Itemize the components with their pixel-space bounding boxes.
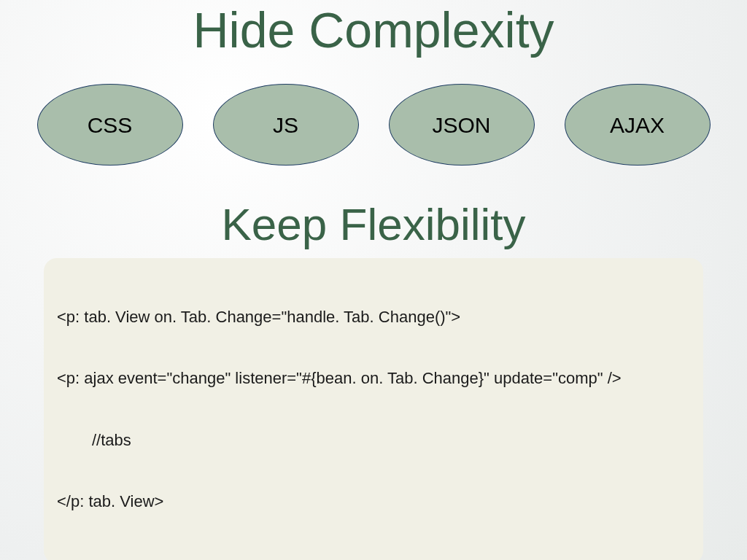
- bubble-js: JS: [213, 84, 359, 166]
- bubble-label: CSS: [88, 113, 133, 138]
- slide-title: Hide Complexity: [0, 0, 747, 56]
- code-line-2: <p: ajax event="change" listener="#{bean…: [57, 368, 690, 389]
- bubble-label: JSON: [432, 113, 490, 138]
- code-line-1: <p: tab. View on. Tab. Change="handle. T…: [57, 307, 690, 327]
- bubble-label: AJAX: [610, 113, 665, 138]
- bubble-label: JS: [273, 113, 298, 138]
- slide-subtitle: Keep Flexibility: [0, 201, 747, 248]
- bubble-css: CSS: [37, 84, 183, 166]
- bubble-ajax: AJAX: [565, 84, 711, 166]
- slide: Hide Complexity CSS JS JSON AJAX Keep Fl…: [0, 0, 747, 560]
- code-line-3: //tabs: [57, 430, 690, 451]
- code-block: <p: tab. View on. Tab. Change="handle. T…: [44, 258, 703, 560]
- top-bubble-row: CSS JS JSON AJAX: [0, 84, 747, 166]
- code-line-4: </p: tab. View>: [57, 491, 690, 512]
- bubble-json: JSON: [389, 84, 535, 166]
